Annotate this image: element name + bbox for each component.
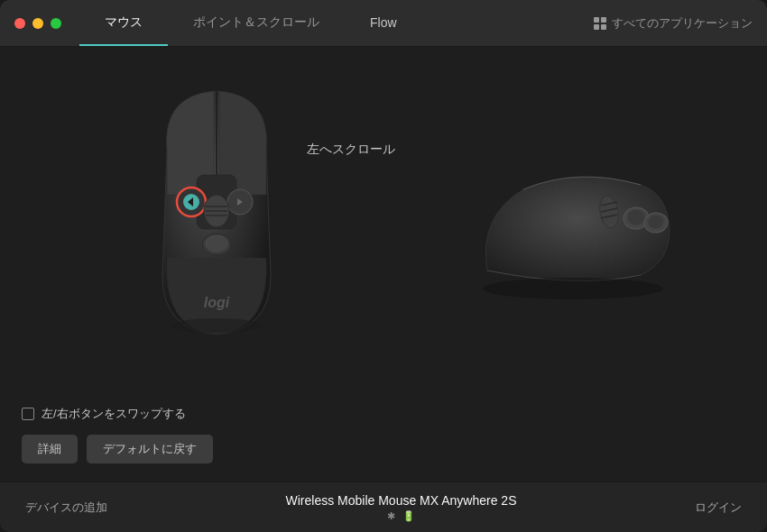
reset-button[interactable]: デフォルトに戻す — [87, 435, 213, 463]
svg-point-15 — [171, 318, 262, 333]
battery-icon: 🔋 — [402, 510, 415, 522]
tab-flow[interactable]: Flow — [345, 0, 422, 46]
bluetooth-icon: ✱ — [387, 510, 395, 522]
add-device-button[interactable]: デバイスの追加 — [25, 500, 107, 516]
tab-mouse[interactable]: マウス — [79, 0, 168, 46]
mouse-side-view — [469, 162, 677, 310]
swap-buttons-label: 左/右ボタンをスワップする — [42, 406, 186, 422]
device-name: Wireless Mobile Mouse MX Anywhere 2S — [286, 493, 517, 508]
close-button[interactable] — [14, 18, 25, 29]
footer: デバイスの追加 Wireless Mobile Mouse MX Anywher… — [0, 482, 767, 532]
swap-buttons-row: 左/右ボタンをスワップする — [22, 406, 745, 422]
detail-button[interactable]: 詳細 — [22, 435, 78, 463]
svg-point-12 — [206, 235, 227, 252]
device-status-icons: ✱ 🔋 — [286, 510, 517, 522]
svg-text:logi: logi — [204, 295, 230, 310]
all-apps-icon — [594, 17, 606, 30]
main-window: マウス ポイント＆スクロール Flow すべてのアプリケーション 左へスクロール — [0, 0, 767, 532]
login-button[interactable]: ログイン — [695, 500, 742, 516]
svg-point-24 — [483, 278, 663, 299]
action-buttons: 詳細 デフォルトに戻す — [22, 435, 745, 463]
main-content: 左へスクロール — [0, 47, 767, 482]
tab-point-scroll[interactable]: ポイント＆スクロール — [168, 0, 345, 46]
device-info: Wireless Mobile Mouse MX Anywhere 2S ✱ 🔋 — [286, 493, 517, 522]
mouse-front-view: logi — [117, 78, 316, 361]
button-label: 左へスクロール — [307, 142, 395, 158]
swap-buttons-checkbox[interactable] — [22, 408, 34, 420]
mouse-area: 左へスクロール — [0, 47, 767, 391]
bottom-controls: 左/右ボタンをスワップする 詳細 デフォルトに戻す — [0, 391, 767, 482]
traffic-lights — [14, 18, 61, 29]
all-apps-button[interactable]: すべてのアプリケーション — [594, 15, 753, 32]
titlebar: マウス ポイント＆スクロール Flow すべてのアプリケーション — [0, 0, 767, 47]
minimize-button[interactable] — [32, 18, 43, 29]
maximize-button[interactable] — [51, 18, 61, 29]
tab-bar: マウス ポイント＆スクロール Flow すべてのアプリケーション — [79, 0, 753, 46]
